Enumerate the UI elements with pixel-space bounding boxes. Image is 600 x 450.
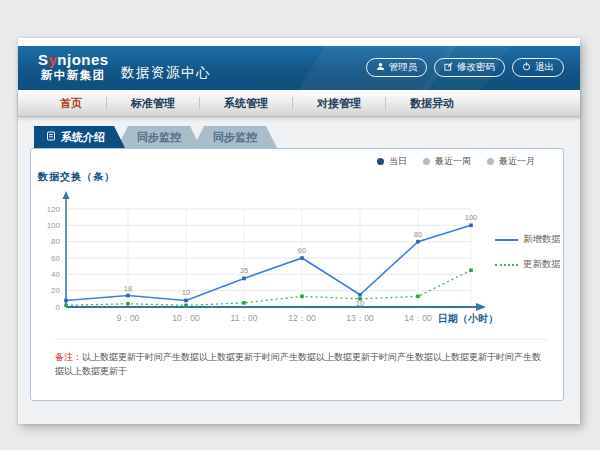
series-legend: 新增数据更新数据	[495, 233, 561, 271]
data-point	[64, 299, 68, 303]
y-tick-label: 100	[47, 221, 61, 230]
data-point	[300, 295, 304, 299]
tab-2[interactable]: 同步监控	[117, 126, 201, 148]
data-point-label: 100	[465, 213, 478, 222]
data-point	[126, 294, 130, 298]
user-button-label: 管理员	[389, 61, 418, 74]
y-tick-label: 20	[51, 286, 60, 295]
data-point-label: 10	[182, 288, 190, 297]
legend-swatch	[495, 239, 518, 241]
logo-accent: y	[49, 51, 58, 68]
tab-bar: 系统介绍同步监控同步监控	[34, 126, 277, 148]
brand-logo: Synjones 新中新集团	[38, 51, 109, 83]
x-axis-arrow-icon	[476, 303, 486, 311]
nav-item-2[interactable]: 标准管理	[107, 90, 199, 116]
footnote: 备注：以上数据更新于时间产生数据以上数据更新于时间产生数据以上数据更新于时间产生…	[55, 339, 547, 378]
data-point	[358, 293, 362, 297]
radio-option-2[interactable]: 最近一周	[423, 155, 471, 168]
y-tick-label: 60	[51, 254, 60, 263]
radio-option-3[interactable]: 最近一月	[487, 155, 535, 168]
document-icon	[46, 131, 56, 143]
data-point	[64, 304, 68, 308]
app-header: Synjones 新中新集团 数据资源中心 管理员 修改密码	[18, 46, 580, 90]
legend-label: 新增数据	[523, 233, 561, 246]
legend-item-2[interactable]: 更新数据	[495, 258, 561, 271]
legend-swatch	[495, 264, 518, 266]
x-tick-label: 12：00	[288, 313, 316, 323]
footnote-text: 以上数据更新于时间产生数据以上数据更新于时间产生数据以上数据更新于时间产生数据以…	[55, 352, 541, 376]
y-tick-label: 40	[51, 270, 60, 279]
user-actions: 管理员 修改密码 退出	[366, 58, 565, 77]
brand-logo-text: Synjones	[38, 51, 109, 68]
data-point	[469, 224, 473, 228]
nav-item-4[interactable]: 对接管理	[293, 90, 385, 116]
y-tick-label: 0	[56, 303, 61, 312]
legend-label: 更新数据	[523, 258, 561, 271]
data-point	[242, 301, 246, 305]
footnote-prefix: 备注：	[55, 352, 82, 362]
data-point	[242, 277, 246, 281]
x-tick-label: 11：00	[231, 313, 258, 323]
time-range-radio-group: 当日最近一周最近一月	[377, 155, 535, 168]
nav-item-1[interactable]: 首页	[36, 90, 106, 116]
edit-icon	[444, 62, 453, 73]
x-tick-label: 14：00	[404, 313, 432, 323]
tab-label: 系统介绍	[61, 130, 105, 145]
brand-group-name: 新中新集团	[38, 68, 109, 83]
person-icon	[376, 62, 385, 73]
data-point-label: 80	[414, 230, 422, 239]
user-button[interactable]: 管理员	[366, 58, 428, 77]
data-point-label: 18	[124, 284, 132, 293]
power-icon	[522, 62, 531, 73]
x-axis-title: 日期（小时）	[438, 313, 498, 324]
data-point	[184, 304, 188, 308]
data-point	[416, 240, 420, 244]
data-point	[416, 295, 420, 299]
radio-option-1[interactable]: 当日	[377, 155, 407, 168]
data-point	[184, 299, 188, 303]
y-axis-arrow-icon	[63, 191, 70, 199]
radio-dot	[423, 158, 430, 165]
radio-dot	[487, 158, 494, 165]
radio-label: 当日	[389, 155, 407, 168]
tab-1[interactable]: 系统介绍	[34, 126, 125, 148]
data-point	[300, 256, 304, 260]
change-password-button[interactable]: 修改密码	[434, 58, 505, 77]
change-password-label: 修改密码	[457, 61, 495, 74]
tab-label: 同步监控	[213, 130, 257, 145]
page-title: 数据资源中心	[121, 64, 211, 82]
x-tick-label: 10：00	[172, 313, 200, 323]
data-point-label: 60	[298, 246, 306, 255]
data-point	[358, 297, 362, 301]
logout-button[interactable]: 退出	[512, 58, 564, 77]
nav-item-5[interactable]: 数据异动	[386, 90, 478, 116]
tab-label: 同步监控	[137, 130, 181, 145]
x-tick-label: 13：00	[346, 313, 374, 323]
data-point-label: 35	[240, 266, 248, 275]
y-tick-label: 80	[51, 237, 60, 246]
data-point	[126, 302, 130, 306]
main-nav: 首页标准管理系统管理对接管理数据异动	[18, 90, 580, 117]
x-tick-label: 9：00	[117, 313, 140, 323]
content-area: 系统介绍同步监控同步监控 当日最近一周最近一月 数据交换（条） 02040608…	[18, 117, 580, 424]
logout-button-label: 退出	[535, 61, 554, 74]
page-background: Synjones 新中新集团 数据资源中心 管理员 修改密码	[0, 0, 600, 450]
chart-panel: 当日最近一周最近一月 数据交换（条） 0204060801001209：0010…	[30, 148, 564, 401]
nav-item-3[interactable]: 系统管理	[200, 90, 292, 116]
chart-svg: 0204060801001209：0010：0011：0012：0013：001…	[31, 189, 563, 347]
y-tick-label: 120	[47, 205, 61, 214]
app-window: Synjones 新中新集团 数据资源中心 管理员 修改密码	[18, 38, 580, 424]
tab-3[interactable]: 同步监控	[193, 126, 277, 148]
data-point	[469, 268, 473, 272]
y-axis-title: 数据交换（条）	[38, 170, 115, 184]
radio-dot	[377, 158, 384, 165]
radio-label: 最近一周	[435, 155, 471, 168]
legend-item-1[interactable]: 新增数据	[495, 233, 561, 246]
radio-label: 最近一月	[499, 155, 535, 168]
